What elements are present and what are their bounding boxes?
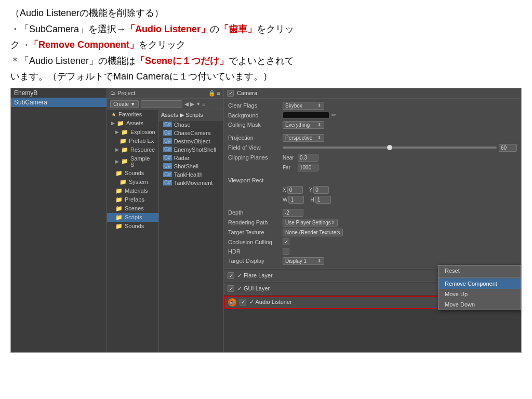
target-display-label: Target Display <box>228 258 283 264</box>
hdr-checkbox[interactable] <box>283 248 289 255</box>
far-row: Far <box>228 163 517 172</box>
lock-icon: 🔒 ≡ <box>208 90 220 97</box>
favorites-label: Favorites <box>118 111 142 117</box>
assets-item[interactable]: ▶ 📁 Assets <box>107 119 158 128</box>
h-input[interactable] <box>315 196 331 204</box>
project-tree: ★ Favorites ▶ 📁 Assets ▶ 📁 Explosion 📁 P… <box>107 110 159 352</box>
fov-input[interactable] <box>499 144 517 152</box>
w-label: W <box>283 197 287 203</box>
scripts-list: Assets ▶ Scripts C# Chase C# ChaseCamera… <box>159 110 223 352</box>
system-item[interactable]: 📁 System <box>107 178 158 187</box>
clipping-planes-value: Near <box>283 154 517 162</box>
viewport-rect-label-row: Viewport Rect <box>228 176 517 185</box>
y-label: Y <box>309 187 313 193</box>
subcamera-label: SubCamera <box>14 99 47 106</box>
target-display-dropdown[interactable]: Display 1⬍ <box>283 257 324 265</box>
target-texture-dropdown[interactable]: None (Render Texture⊙ <box>283 229 343 236</box>
sounds2-item[interactable]: 📁 Sounds <box>107 222 158 231</box>
culling-mask-label: Culling Mask <box>228 122 283 128</box>
rendering-path-label: Rendering Path <box>228 219 283 225</box>
prefab-ex-item[interactable]: 📁 Prefab Ex <box>107 137 158 145</box>
sounds-item[interactable]: 📁 Sounds <box>107 169 158 178</box>
scenes-item[interactable]: 📁 Scenes <box>107 204 158 213</box>
viewport-rect-label: Viewport Rect <box>228 177 283 183</box>
move-down-menu-item[interactable]: Move Down <box>438 299 521 310</box>
reset-menu-item[interactable]: Reset <box>438 265 521 276</box>
background-value: ✏ <box>283 112 517 119</box>
project-toolbar: Create ▼ ◀ ▶ ✦ ≡ <box>107 99 223 110</box>
background-row: Background ✏ <box>228 111 517 120</box>
project-panel: 🗂 Project 🔒 ≡ Create ▼ ◀ ▶ ✦ ≡ ★ Favorit… <box>107 88 224 352</box>
far-label: Far <box>283 165 296 170</box>
x-input[interactable] <box>287 186 303 194</box>
gui-layer-label: ✓ GUI Layer <box>237 285 270 292</box>
line5: います。（デフォルトでMain Cameraに１つ付いています。） <box>10 69 522 85</box>
line2: ・「SubCamera」を選択→「Audio Listener」の「歯車」をクリ… <box>10 21 522 37</box>
resource-item[interactable]: ▶ 📁 Resource <box>107 145 158 154</box>
far-input[interactable] <box>298 164 318 171</box>
enemy-shot-shell-script[interactable]: C# EnemyShotShell <box>159 145 223 154</box>
chase-camera-script[interactable]: C# ChaseCamera <box>159 129 223 137</box>
destroy-object-script[interactable]: C# DestroyObject <box>159 137 223 145</box>
instructions-area: （Audio Listenerの機能を削除する） ・「SubCamera」を選択… <box>0 0 532 88</box>
clear-flags-dropdown[interactable]: Skybox⬍ <box>283 102 324 110</box>
assets-label: Assets <box>126 120 143 126</box>
fov-row: Field of View <box>228 143 517 153</box>
x-label: X <box>283 187 286 193</box>
audio-listener-label: ✓ Audio Listener <box>249 299 292 305</box>
move-up-menu-item[interactable]: Move Up <box>438 289 521 299</box>
audio-listener-checkbox[interactable] <box>240 299 246 305</box>
w-input[interactable] <box>288 196 304 204</box>
materials-item[interactable]: 📁 Materials <box>107 187 158 195</box>
projection-dropdown[interactable]: Perspective⬍ <box>283 134 324 142</box>
scripts-item[interactable]: 📁 Scripts <box>107 213 158 222</box>
line4: ＊「Audio Listener」の機能は「Sceneに１つだけ」でよいとされて <box>10 53 522 69</box>
hierarchy-item-enemyb[interactable]: EnemyB <box>11 88 107 98</box>
flare-layer-label: ✓ Flare Layer <box>237 272 273 279</box>
shot-shell-script[interactable]: C# ShotShell <box>159 162 223 170</box>
line1: （Audio Listenerの機能を削除する） <box>10 5 522 21</box>
search-input[interactable] <box>141 100 182 108</box>
projection-value: Perspective⬍ <box>283 134 517 142</box>
fov-slider[interactable] <box>283 147 497 149</box>
radar-script[interactable]: C# Radar <box>159 154 223 162</box>
camera-title: Camera <box>237 90 257 96</box>
prefabs-item[interactable]: 📁 Prefabs <box>107 195 158 204</box>
remove-component-menu-item[interactable]: Remove Component <box>438 278 521 289</box>
project-title: 🗂 Project <box>110 90 135 96</box>
sample-item[interactable]: ▶ 📁 Sample S <box>107 154 158 169</box>
occlusion-culling-row: Occlusion Culling <box>228 237 517 247</box>
depth-input[interactable] <box>283 209 303 217</box>
target-texture-row: Target Texture None (Render Texture⊙ <box>228 228 517 237</box>
hierarchy-label: EnemyB <box>14 89 37 97</box>
near-label: Near <box>283 155 296 161</box>
chase-script[interactable]: C# Chase <box>159 121 223 129</box>
explosion-item[interactable]: ▶ 📁 Explosion <box>107 128 158 137</box>
tank-movement-script[interactable]: C# TankMovement <box>159 179 223 187</box>
projection-label: Projection <box>228 135 283 141</box>
culling-mask-dropdown[interactable]: Everything⬍ <box>283 121 324 129</box>
flare-layer-checkbox[interactable] <box>228 272 234 279</box>
occlusion-culling-checkbox[interactable] <box>283 238 289 245</box>
clipping-planes-row: Clipping Planes Near <box>228 153 517 163</box>
inspector-header: Camera <box>224 88 521 99</box>
edit-icon[interactable]: ✏ <box>331 112 336 118</box>
near-input[interactable] <box>298 154 318 162</box>
hdr-label: HDR <box>228 248 283 255</box>
hierarchy-item-subcamera[interactable]: SubCamera <box>11 98 107 107</box>
viewport-wh-row: W H <box>228 195 517 205</box>
y-input[interactable] <box>313 186 329 194</box>
gui-layer-checkbox[interactable] <box>228 285 234 292</box>
camera-section: Clear Flags Skybox⬍ Background ✏ Culling… <box>224 99 521 269</box>
background-color[interactable] <box>283 112 329 119</box>
toolbar-icons: ◀ ▶ ✦ ≡ <box>184 101 206 108</box>
camera-enable-checkbox[interactable] <box>227 90 234 97</box>
create-button[interactable]: Create ▼ <box>110 100 139 108</box>
hdr-row: HDR <box>228 247 517 256</box>
tank-health-script[interactable]: C# TankHealth <box>159 170 223 179</box>
rendering-path-row: Rendering Path Use Player Settings⬍ <box>228 218 517 228</box>
favorites-item[interactable]: ★ Favorites <box>107 110 158 119</box>
clipping-planes-label: Clipping Planes <box>228 154 283 161</box>
projection-row: Projection Perspective⬍ <box>228 133 517 143</box>
rendering-path-dropdown[interactable]: Use Player Settings⬍ <box>283 219 338 227</box>
